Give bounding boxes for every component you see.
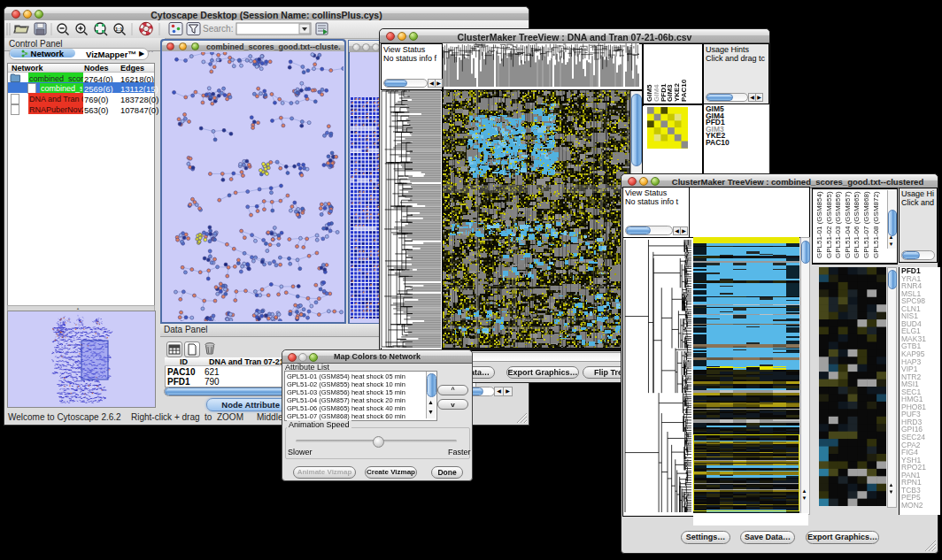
- svg-text:Search:: Search:: [203, 24, 233, 34]
- svg-text:1:1: 1:1: [115, 27, 123, 32]
